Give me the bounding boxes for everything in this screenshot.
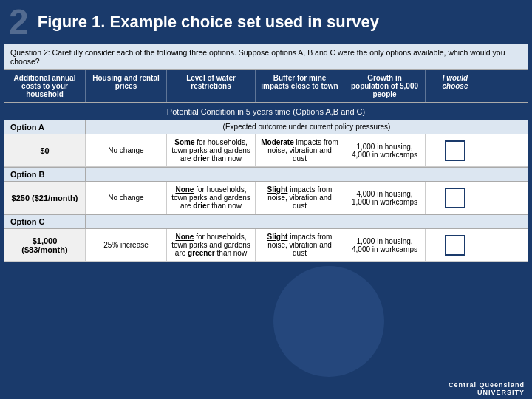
option-b-desc <box>86 168 528 181</box>
banner-sub-text: (Options A,B and C) <box>293 107 365 116</box>
option-b-row: $250 ($21/month) No change None for hous… <box>4 182 528 214</box>
col-header-cost: Additional annual costs to your househol… <box>4 70 86 102</box>
option-c-header: Option C <box>4 214 528 229</box>
option-a-row: $0 No change Some for households, town p… <box>4 134 528 167</box>
option-a-water: Some for households, town parks and gard… <box>167 134 256 166</box>
option-b-housing: No change <box>86 182 167 214</box>
option-b-water: None for households, town parks and gard… <box>167 182 256 214</box>
page-header: 2 Figure 1. Example choice set used in s… <box>0 0 532 44</box>
column-headers: Additional annual costs to your househol… <box>4 70 528 103</box>
option-c-water: None for households, town parks and gard… <box>167 229 256 261</box>
footer-logo: Central Queensland UNIVERSITY <box>449 381 525 396</box>
footer-line2: UNIVERSITY <box>449 389 525 396</box>
option-a-buffer: Moderate impacts from noise, vibration a… <box>256 134 344 166</box>
option-c-checkbox-cell <box>426 229 485 261</box>
main-content: Question 2: Carefully consider each of t… <box>4 44 528 262</box>
option-a-description: (Expected outcome under current policy p… <box>86 120 528 134</box>
option-a-growth: 1,000 in housing, 4,000 in workcamps <box>344 134 426 166</box>
col-header-buffer: Buffer for mine impacts close to town <box>256 70 344 102</box>
option-b-buffer: Slight impacts from noise, vibration and… <box>256 182 344 214</box>
option-a-checkbox-cell <box>426 134 485 166</box>
option-b-checkbox[interactable] <box>445 188 466 208</box>
option-a-label: Option A <box>4 120 86 134</box>
col-header-housing: Housing and rental prices <box>86 70 167 102</box>
option-a-checkbox[interactable] <box>445 140 466 161</box>
option-b-header: Option B <box>4 167 528 182</box>
option-c-label: Option C <box>4 215 86 228</box>
option-c-cost: $1,000 ($83/month) <box>4 229 86 261</box>
banner-main-text: Potential Condition in 5 years time <box>167 107 290 116</box>
option-a-cost: $0 <box>4 134 86 166</box>
option-a-housing: No change <box>86 134 167 166</box>
option-c-housing: 25% increase <box>86 229 167 261</box>
option-c-desc <box>86 215 528 228</box>
option-b-cost: $250 ($21/month) <box>4 182 86 214</box>
col-header-choose: I would choose <box>426 70 485 102</box>
option-b-checkbox-cell <box>426 182 485 214</box>
option-b-growth: 4,000 in housing, 1,000 in workcamps <box>344 182 426 214</box>
option-c-row: $1,000 ($83/month) 25% increase None for… <box>4 229 528 262</box>
col-header-growth: Growth in population of 5,000 people <box>344 70 426 102</box>
option-a-header: Option A (Expected outcome under current… <box>4 120 528 134</box>
option-c-checkbox[interactable] <box>445 235 466 256</box>
footer-line1: Central Queensland <box>449 381 525 389</box>
question-text: Question 2: Carefully consider each of t… <box>4 44 528 70</box>
page-title: Figure 1. Example choice set used in sur… <box>38 13 379 32</box>
option-b-label: Option B <box>4 168 86 181</box>
option-c-buffer: Slight impacts from noise, vibration and… <box>256 229 344 261</box>
col-header-water: Level of water restrictions <box>167 70 256 102</box>
option-c-growth: 1,000 in housing, 4,000 in workcamps <box>344 229 426 261</box>
slide-number: 2 <box>9 4 29 40</box>
potential-condition-banner: Potential Condition in 5 years time (Opt… <box>4 103 528 120</box>
